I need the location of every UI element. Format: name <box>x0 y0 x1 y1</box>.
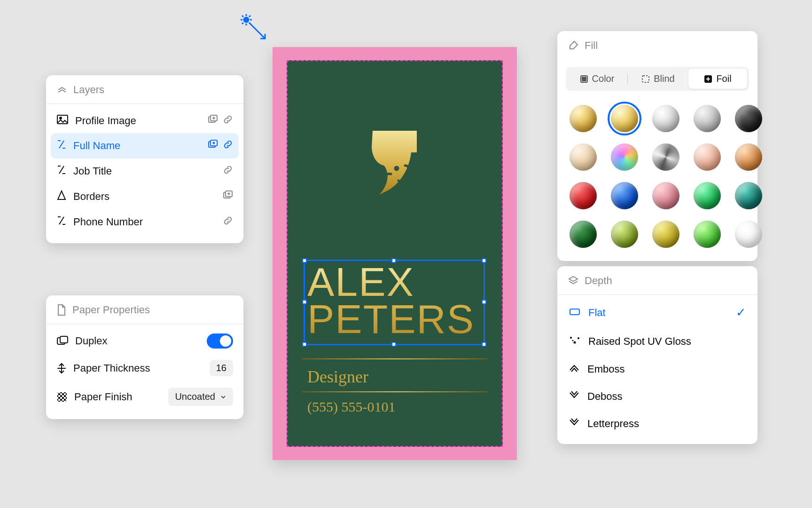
foil-swatch-lime[interactable] <box>694 221 721 248</box>
depth-option-icon <box>569 363 580 375</box>
paper-properties-panel: Paper Properties Duplex Paper Thickness … <box>46 295 243 419</box>
selection-box[interactable] <box>304 260 485 345</box>
svg-point-0 <box>244 17 249 22</box>
duplex-label: Duplex <box>75 335 200 347</box>
foil-swatch-white[interactable] <box>735 221 762 248</box>
layer-row-job-title[interactable]: Job Title <box>46 159 243 184</box>
layer-row-profile-image[interactable]: Profile Image <box>46 109 243 133</box>
depth-option-label: Raised Spot UV Gloss <box>588 335 691 348</box>
depth-option-letterpress[interactable]: Letterpress <box>557 410 757 437</box>
svg-rect-41 <box>642 76 649 82</box>
paper-title: Paper Properties <box>72 304 150 316</box>
add-layer-icon[interactable] <box>208 115 218 127</box>
foil-swatch-olive[interactable] <box>611 221 638 248</box>
design-canvas[interactable]: ALEX PETERS Designer (555) 555-0101 <box>273 47 517 460</box>
foil-swatch-gold-shiny[interactable] <box>611 105 638 132</box>
svg-point-46 <box>574 341 576 344</box>
layer-type-icon <box>56 164 67 178</box>
foil-swatch-red[interactable] <box>570 182 597 209</box>
svg-rect-31 <box>60 336 68 343</box>
layers-panel: Layers Profile ImageFull NameJob TitleBo… <box>46 75 243 243</box>
svg-rect-40 <box>582 77 586 81</box>
finish-select[interactable]: Uncoated <box>168 388 233 406</box>
layer-row-phone-number[interactable]: Phone Number <box>46 209 243 235</box>
foil-swatch-rose[interactable] <box>652 182 679 209</box>
depth-title: Depth <box>585 275 612 287</box>
link-icon[interactable] <box>223 139 233 152</box>
depth-option-deboss[interactable]: Deboss <box>557 383 757 410</box>
svg-line-8 <box>249 16 250 17</box>
foil-swatch-mustard[interactable] <box>652 221 679 248</box>
thickness-value[interactable]: 16 <box>210 360 233 376</box>
foil-swatch-teal[interactable] <box>735 182 762 209</box>
depth-option-raised-spot-uv-gloss[interactable]: Raised Spot UV Gloss <box>557 327 757 356</box>
depth-option-label: Letterpress <box>587 418 639 430</box>
check-icon: ✓ <box>736 305 746 320</box>
link-icon[interactable] <box>223 215 233 229</box>
fill-panel-header: Fill <box>557 31 757 59</box>
layers-icon <box>56 84 68 95</box>
depth-option-flat[interactable]: Flat✓ <box>557 298 757 327</box>
divider-line <box>302 391 488 392</box>
foil-swatch-silver[interactable] <box>694 105 721 132</box>
layers-panel-header: Layers <box>46 75 243 104</box>
foil-swatch-silver-light[interactable] <box>652 105 679 132</box>
thickness-label: Paper Thickness <box>73 362 203 374</box>
depth-option-icon <box>569 418 580 430</box>
layer-type-icon <box>56 139 67 153</box>
foil-swatch-green[interactable] <box>694 182 721 209</box>
stack-icon <box>568 275 579 286</box>
fill-title: Fill <box>585 40 598 52</box>
svg-line-5 <box>242 16 243 17</box>
foil-swatch-rose-gold[interactable] <box>694 143 721 171</box>
job-title-text[interactable]: Designer <box>307 367 368 387</box>
divider-line <box>302 358 488 359</box>
paper-panel-header: Paper Properties <box>46 295 243 324</box>
profile-image[interactable] <box>352 113 437 207</box>
add-layer-icon[interactable] <box>208 140 218 152</box>
add-layer-icon[interactable] <box>223 190 233 203</box>
fill-tab-blind[interactable]: Blind <box>629 69 687 89</box>
square-filled-icon <box>580 75 588 83</box>
svg-point-11 <box>60 117 62 119</box>
foil-swatch-black[interactable] <box>735 105 762 132</box>
link-icon[interactable] <box>223 165 233 178</box>
duplex-icon <box>56 336 69 346</box>
square-plus-icon <box>704 75 712 83</box>
depth-option-label: Emboss <box>587 363 625 375</box>
fill-tab-foil[interactable]: Foil <box>688 69 747 89</box>
svg-point-45 <box>570 337 572 339</box>
thickness-row: Paper Thickness 16 <box>46 354 243 382</box>
lighting-direction-control[interactable] <box>240 13 273 48</box>
svg-point-48 <box>572 340 574 341</box>
foil-swatch-blue[interactable] <box>611 182 638 209</box>
layer-row-borders[interactable]: Borders <box>46 184 243 209</box>
phone-number-text[interactable]: (555) 555-0101 <box>307 399 395 415</box>
foil-swatch-dark-green[interactable] <box>570 221 597 248</box>
depth-option-icon <box>569 335 581 348</box>
finish-value: Uncoated <box>175 391 215 402</box>
layers-title: Layers <box>73 84 104 96</box>
duplex-toggle[interactable] <box>207 333 233 349</box>
svg-point-37 <box>395 167 398 170</box>
foil-swatch-champagne[interactable] <box>570 143 597 171</box>
layer-type-icon <box>56 190 67 204</box>
svg-line-7 <box>242 23 243 24</box>
depth-option-icon <box>569 307 581 319</box>
layer-label: Phone Number <box>73 216 216 228</box>
depth-option-emboss[interactable]: Emboss <box>557 356 757 383</box>
depth-panel-header: Depth <box>557 266 757 295</box>
layer-row-full-name[interactable]: Full Name <box>51 133 239 159</box>
layer-label: Profile Image <box>75 115 201 127</box>
layer-label: Job Title <box>73 165 216 177</box>
foil-swatch-copper[interactable] <box>735 143 762 171</box>
foil-swatch-holographic[interactable] <box>611 143 638 171</box>
chevron-down-icon <box>220 394 226 400</box>
fill-tab-color[interactable]: Color <box>568 69 626 89</box>
foil-swatch-steel[interactable] <box>652 143 679 171</box>
svg-point-38 <box>410 166 413 169</box>
depth-panel: Depth Flat✓Raised Spot UV GlossEmbossDeb… <box>557 266 757 444</box>
finish-row: Paper Finish Uncoated <box>46 382 243 412</box>
link-icon[interactable] <box>223 114 233 127</box>
foil-swatch-gold-matte[interactable] <box>570 105 597 132</box>
